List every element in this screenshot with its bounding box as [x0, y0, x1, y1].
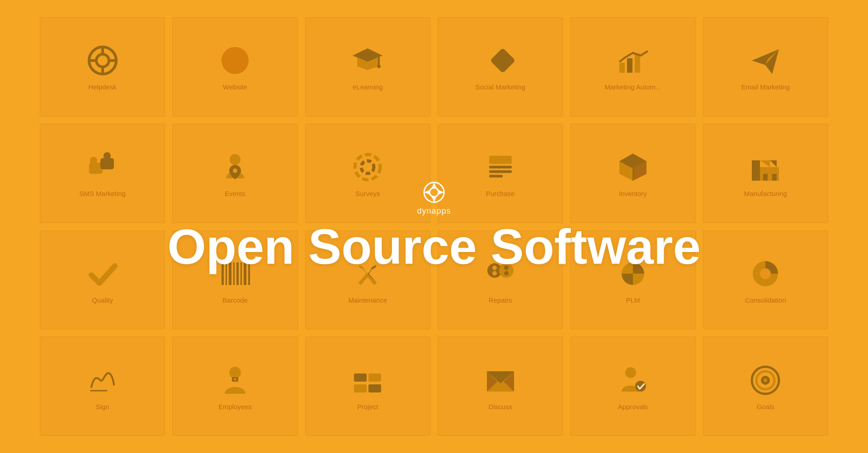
project-label: Project	[357, 403, 378, 411]
app-card-project[interactable]: Project	[305, 336, 430, 436]
manufacturing-icon	[747, 149, 783, 185]
svg-marker-36	[770, 160, 777, 167]
dynapps-logo: dynapps	[417, 181, 451, 215]
svg-point-22	[233, 168, 237, 173]
app-card-elearning[interactable]: eLearning	[305, 17, 430, 117]
plm-label: PLM	[626, 296, 640, 304]
center-overlay: dynapps Open Source Software	[167, 181, 701, 272]
marketing-automation-icon	[615, 42, 651, 79]
svg-rect-25	[489, 156, 512, 164]
goals-label: Goals	[757, 403, 774, 411]
purchase-icon	[482, 149, 519, 185]
surveys-icon	[349, 149, 386, 185]
email-marketing-label: Email Marketing	[741, 83, 790, 91]
inventory-icon	[615, 149, 651, 185]
maintenance-label: Maintenance	[348, 296, 387, 304]
svg-rect-26	[489, 166, 512, 168]
svg-rect-14	[635, 54, 640, 73]
svg-point-6	[222, 47, 249, 74]
app-card-consolidation[interactable]: Consolidation	[703, 230, 828, 330]
app-card-sign[interactable]: Sign	[40, 336, 165, 436]
svg-rect-62	[354, 384, 367, 392]
social-marketing-label: Social Marketing	[475, 83, 525, 91]
svg-rect-11	[490, 48, 515, 74]
dynapps-text: dynapps	[417, 206, 451, 215]
sms-marketing-label: SMS Marketing	[79, 190, 126, 197]
marketing-automation-label: Marketing Autom...	[604, 83, 661, 91]
email-marketing-icon	[747, 42, 783, 79]
svg-rect-27	[489, 170, 512, 173]
website-label: Website	[223, 83, 247, 91]
svg-rect-60	[354, 374, 367, 382]
svg-point-1	[96, 54, 109, 67]
app-card-goals[interactable]: Goals	[703, 336, 828, 436]
svg-point-21	[230, 154, 241, 165]
app-card-marketing-automation[interactable]: Marketing Autom...	[570, 17, 695, 117]
quality-label: Quality	[92, 296, 113, 304]
app-card-social-marketing[interactable]: Social Marketing	[438, 17, 563, 117]
employees-label: Employees	[218, 403, 252, 411]
svg-point-10	[377, 65, 381, 68]
helpdesk-label: Helpdesk	[88, 83, 117, 91]
svg-rect-37	[754, 174, 759, 181]
sign-label: Sign	[96, 403, 109, 411]
svg-point-20	[104, 152, 111, 159]
barcode-label: Barcode	[222, 296, 248, 304]
svg-rect-61	[368, 374, 381, 382]
app-card-employees[interactable]: Employees	[172, 336, 297, 436]
elearning-label: eLearning	[353, 83, 383, 91]
svg-rect-28	[489, 175, 503, 177]
svg-point-55	[760, 268, 771, 279]
goals-icon	[747, 362, 783, 398]
dynapps-logo-icon	[423, 181, 445, 203]
svg-rect-18	[100, 158, 114, 169]
approvals-icon	[615, 362, 651, 398]
app-card-sms-marketing[interactable]: SMS Marketing	[40, 124, 165, 223]
approvals-label: Approvals	[618, 403, 648, 411]
project-icon	[349, 362, 386, 398]
helpdesk-icon	[85, 42, 121, 79]
app-card-discuss[interactable]: Discuss	[438, 336, 563, 436]
events-icon	[217, 149, 253, 185]
consolidation-label: Consolidation	[745, 296, 786, 304]
app-card-approvals[interactable]: Approvals	[570, 336, 695, 436]
svg-marker-35	[760, 160, 770, 167]
discuss-icon	[482, 362, 519, 398]
svg-rect-38	[763, 174, 768, 181]
app-card-helpdesk[interactable]: Helpdesk	[40, 17, 165, 117]
svg-rect-13	[627, 58, 632, 73]
svg-rect-12	[619, 63, 625, 73]
svg-rect-63	[368, 384, 381, 392]
manufacturing-label: Manufacturing	[744, 190, 787, 197]
app-card-manufacturing[interactable]: Manufacturing	[703, 124, 828, 223]
social-marketing-icon	[482, 42, 519, 79]
repairs-label: Repairs	[489, 296, 512, 304]
discuss-label: Discuss	[488, 403, 512, 411]
svg-point-23	[355, 154, 380, 180]
svg-point-59	[234, 378, 236, 381]
svg-point-57	[229, 367, 241, 378]
app-card-quality[interactable]: Quality	[40, 230, 165, 330]
svg-point-68	[625, 367, 636, 378]
elearning-icon	[349, 42, 386, 79]
consolidation-icon	[747, 256, 783, 292]
website-icon	[217, 42, 253, 79]
sms-marketing-icon	[85, 149, 121, 185]
svg-point-69	[635, 381, 646, 392]
employees-icon	[217, 362, 253, 398]
svg-point-19	[90, 157, 97, 164]
app-card-website[interactable]: Website	[172, 17, 297, 117]
svg-point-75	[429, 187, 439, 196]
main-heading: Open Source Software	[167, 220, 701, 272]
quality-icon	[85, 256, 121, 292]
sign-icon	[85, 362, 121, 398]
app-card-email-marketing[interactable]: Email Marketing	[703, 17, 828, 117]
svg-point-73	[764, 378, 767, 382]
svg-point-24	[361, 161, 374, 173]
svg-rect-39	[772, 174, 777, 181]
